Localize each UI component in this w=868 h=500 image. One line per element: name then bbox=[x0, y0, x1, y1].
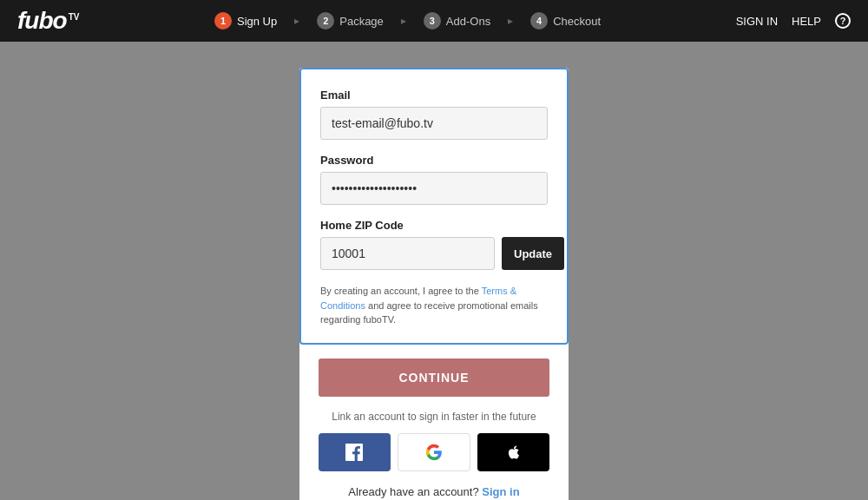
header-right: SIGN IN HELP ? bbox=[736, 13, 851, 29]
help-nav-button[interactable]: HELP bbox=[792, 15, 821, 28]
app-container: fubo TV 1 Sign Up ▸ 2 Package ▸ 3 Add-On… bbox=[0, 0, 868, 500]
social-buttons bbox=[319, 433, 549, 471]
step-label-3: Add-Ons bbox=[446, 15, 490, 28]
social-section: Link an account to sign in faster in the… bbox=[319, 411, 549, 471]
signin-text: Already have an account? bbox=[348, 485, 478, 498]
help-circle-icon[interactable]: ? bbox=[835, 13, 851, 29]
header: fubo TV 1 Sign Up ▸ 2 Package ▸ 3 Add-On… bbox=[0, 0, 868, 42]
social-label: Link an account to sign in faster in the… bbox=[319, 411, 549, 423]
form-card: Email Password Home ZIP Code Update bbox=[299, 68, 569, 345]
continue-button[interactable]: CONTINUE bbox=[319, 359, 549, 397]
step-circle-3: 3 bbox=[424, 12, 441, 30]
email-label: Email bbox=[320, 89, 548, 102]
step-1: 1 Sign Up bbox=[214, 12, 277, 30]
step-2: 2 Package bbox=[317, 12, 384, 30]
step-label-4: Checkout bbox=[553, 15, 601, 28]
email-group: Email bbox=[320, 89, 548, 140]
signup-card: Email Password Home ZIP Code Update bbox=[299, 68, 569, 500]
facebook-icon bbox=[345, 444, 363, 461]
password-label: Password bbox=[320, 154, 548, 167]
zip-label: Home ZIP Code bbox=[320, 219, 548, 232]
main-content: Email Password Home ZIP Code Update bbox=[0, 42, 868, 500]
step-4: 4 Checkout bbox=[530, 12, 601, 30]
email-field[interactable] bbox=[320, 107, 548, 140]
step-circle-2: 2 bbox=[317, 12, 334, 30]
zip-row: Update bbox=[320, 237, 548, 270]
steps-nav: 1 Sign Up ▸ 2 Package ▸ 3 Add-Ons ▸ 4 Ch… bbox=[214, 12, 601, 30]
logo-tv-text: TV bbox=[69, 12, 80, 22]
step-label-1: Sign Up bbox=[237, 15, 277, 28]
step-circle-4: 4 bbox=[530, 12, 548, 30]
step-sep-2: ▸ bbox=[401, 15, 406, 27]
zip-group: Home ZIP Code Update bbox=[320, 219, 548, 270]
step-sep-1: ▸ bbox=[294, 15, 299, 27]
step-label-2: Package bbox=[339, 15, 384, 28]
step-circle-1: 1 bbox=[214, 12, 232, 30]
terms-text: By creating an account, I agree to the T… bbox=[320, 284, 548, 327]
update-zip-button[interactable]: Update bbox=[502, 237, 564, 270]
step-sep-3: ▸ bbox=[508, 15, 513, 27]
terms-prefix: By creating an account, I agree to the bbox=[320, 286, 482, 296]
step-3: 3 Add-Ons bbox=[424, 12, 490, 30]
signin-nav-button[interactable]: SIGN IN bbox=[736, 15, 778, 28]
logo-text: fubo bbox=[17, 9, 67, 33]
apple-icon bbox=[506, 444, 522, 461]
logo: fubo TV bbox=[17, 9, 79, 33]
apple-signin-button[interactable] bbox=[477, 433, 549, 471]
google-signin-button[interactable] bbox=[398, 433, 471, 471]
zip-field[interactable] bbox=[320, 237, 495, 270]
password-field[interactable] bbox=[320, 172, 548, 205]
facebook-signin-button[interactable] bbox=[319, 433, 391, 471]
card-bottom: CONTINUE Link an account to sign in fast… bbox=[299, 345, 569, 501]
signin-row: Already have an account? Sign in bbox=[319, 485, 549, 498]
password-group: Password bbox=[320, 154, 548, 205]
signin-link[interactable]: Sign in bbox=[482, 485, 519, 498]
google-icon bbox=[425, 444, 443, 461]
